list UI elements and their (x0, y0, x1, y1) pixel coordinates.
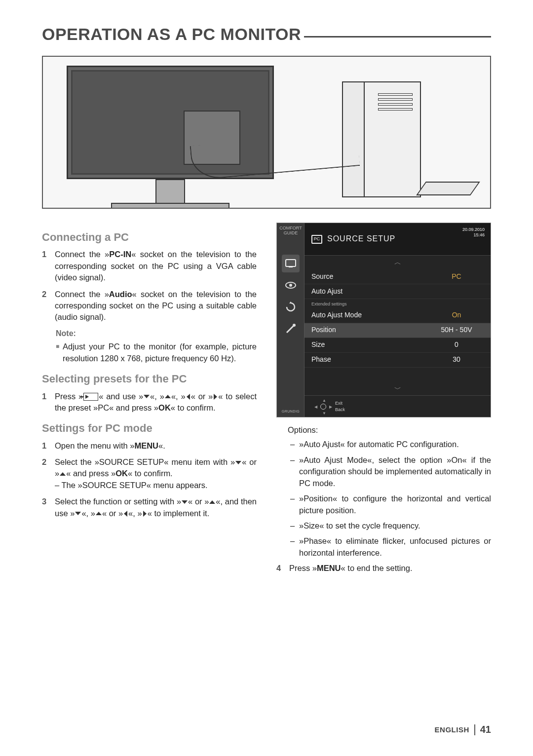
osd-title: SOURCE SETUP (327, 233, 395, 245)
connecting-step-2: 2 Connect the »Audio« socket on the tele… (42, 289, 257, 323)
osd-datetime: 20.09.201015:46 (462, 227, 485, 238)
svg-rect-1 (289, 266, 293, 267)
source-button-icon (83, 393, 98, 401)
footer-language: ENGLISH (435, 725, 469, 734)
presets-step-1: 1 Press »« and use »«, »«, »« or »« to s… (42, 391, 257, 414)
settings-step-1: 1 Open the menu with »MENU«. (42, 440, 257, 452)
chevron-right-icon (213, 393, 218, 400)
osd-scroll-up-icon: ︿ (305, 256, 491, 269)
chevron-up-icon (164, 394, 171, 400)
footer-page-number: 41 (480, 724, 491, 735)
osd-scroll-down-icon: ﹀ (305, 383, 491, 395)
svg-point-3 (289, 284, 292, 287)
chevron-down-icon (75, 511, 81, 517)
content-columns: Connecting a PC 1 Connect the »PC-IN« so… (42, 223, 491, 579)
osd-tools-icon (282, 320, 300, 338)
osd-eye-icon (282, 276, 300, 294)
osd-brand: GRUNDIG (279, 409, 303, 414)
chevron-up-icon (209, 499, 216, 505)
tv-illustration (67, 66, 274, 209)
title-text: OPERATION AS A PC MONITOR (42, 25, 301, 44)
chevron-left-icon (186, 393, 191, 400)
osd-sidebar: COMFORT GUIDE GRUNDIG (277, 223, 305, 417)
footer-separator (474, 724, 475, 735)
chevron-right-icon (142, 510, 148, 517)
left-column: Connecting a PC 1 Connect the »PC-IN« so… (42, 223, 257, 579)
osd-dpad-icon: ▲▼◀▶ (314, 398, 332, 416)
chevron-down-icon (143, 394, 150, 400)
osd-row-mode: Auto Ajust ModeOn (305, 308, 491, 323)
chevron-left-icon (123, 510, 128, 517)
chevron-down-icon (235, 460, 242, 466)
osd-pc-icon: PC (311, 235, 322, 244)
svg-point-4 (293, 324, 296, 327)
connecting-step-1: 1 Connect the »PC-IN« socket on the tele… (42, 249, 257, 283)
chevron-down-icon (181, 499, 188, 505)
title-rule (304, 36, 491, 38)
chevron-up-icon (95, 511, 102, 517)
osd-rotate-icon (282, 298, 300, 316)
chevron-up-icon (59, 471, 66, 477)
osd-extended-label: Extended settings (305, 299, 491, 308)
option-4: –»Size« to set the cycle frequency. (290, 520, 491, 531)
option-1: –»Auto Ajust« for automatic PC configura… (290, 439, 491, 450)
osd-footer: ▲▼◀▶ Exit Back (305, 395, 491, 417)
heading-presets: Selecting presets for the PC (42, 371, 257, 386)
connection-diagram (42, 56, 491, 209)
note-body: ■ Adjust your PC to the monitor (for exa… (42, 341, 257, 364)
osd-row-source: SourcePC (305, 269, 491, 284)
settings-step-3: 3 Select the function or setting with »«… (42, 496, 257, 519)
heading-settings: Settings for PC mode (42, 420, 257, 436)
option-5: –»Phase« to eliminate flicker, unfocused… (290, 535, 491, 559)
osd-rows: SourcePC Auto Ajust Extended settings Au… (305, 269, 491, 368)
option-3: –»Position« to configure the horizontal … (290, 493, 491, 516)
heading-connecting: Connecting a PC (42, 229, 257, 245)
osd-comfort-label: COMFORT GUIDE (279, 226, 303, 236)
options-label: Options: (276, 424, 491, 436)
settings-step-2: 2 Select the »SOURCE SETUP« menu item wi… (42, 456, 257, 491)
osd-screenshot: COMFORT GUIDE GRUNDIG PC SOURCE SETUP (276, 223, 491, 417)
settings-step-4: 4 Press »MENU« to end the setting. (276, 563, 491, 574)
osd-header: PC SOURCE SETUP 20.09.201015:46 (305, 223, 491, 256)
note-label: Note: (56, 328, 257, 340)
keyboard-illustration (416, 182, 480, 195)
osd-row-size: Size0 (305, 338, 491, 353)
osd-source-icon (282, 255, 300, 272)
osd-row-phase: Phase30 (305, 353, 491, 368)
page-footer: ENGLISH 41 (435, 724, 491, 735)
osd-row-autoajust: Auto Ajust (305, 284, 491, 299)
page-title: OPERATION AS A PC MONITOR (42, 25, 491, 44)
svg-rect-0 (286, 260, 296, 266)
right-column: COMFORT GUIDE GRUNDIG PC SOURCE SETUP (276, 223, 491, 579)
osd-row-position: Position50H - 50V (305, 323, 491, 338)
option-2: –»Auto Ajust Mode«, select the option »O… (290, 454, 491, 489)
